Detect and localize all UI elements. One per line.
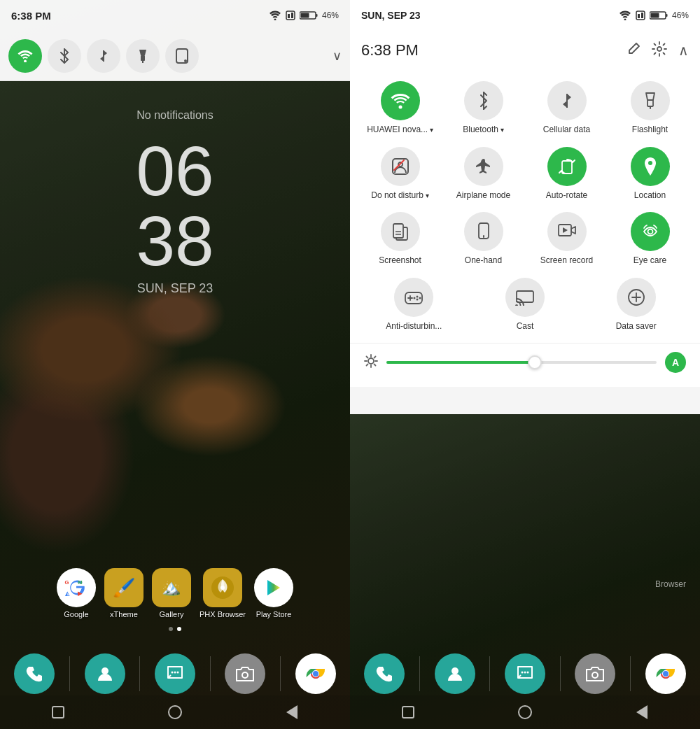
cellular-label: Cellular data — [543, 125, 590, 136]
flashlight-icon — [138, 48, 148, 64]
wifi-circle — [381, 81, 420, 120]
cellular-tile-icon — [559, 92, 575, 110]
google-app[interactable]: G M ◭ ▶ Google — [57, 568, 96, 618]
svg-rect-10 — [141, 55, 145, 61]
messages-dock-icon[interactable] — [155, 653, 195, 694]
cast-label: Cast — [517, 321, 534, 332]
right-camera-dock[interactable] — [575, 653, 615, 694]
flashlight-quick-btn[interactable] — [126, 39, 160, 73]
dock-divider-3 — [210, 656, 211, 691]
right-messages-dock[interactable] — [505, 653, 545, 694]
collapse-icon[interactable]: ∧ — [678, 42, 689, 59]
edit-icon[interactable] — [626, 42, 640, 59]
svg-rect-34 — [638, 14, 640, 18]
sim-status-icon — [286, 10, 295, 20]
right-back-nav[interactable] — [396, 702, 421, 722]
antidisturb-tile[interactable]: Anti-disturbin... — [364, 278, 464, 332]
autorotate-tile[interactable]: Auto-rotate — [531, 147, 603, 201]
phone-dock-icon[interactable] — [14, 653, 55, 694]
right-circle-nav — [518, 705, 532, 719]
bluetooth-quick-btn[interactable] — [48, 39, 81, 73]
left-quick-bar: ∨ — [0, 31, 350, 81]
svg-point-7 — [24, 59, 27, 62]
left-recents-nav[interactable] — [279, 702, 304, 722]
right-home-nav[interactable] — [512, 702, 538, 722]
onehand-tile[interactable]: One-hand — [447, 212, 519, 267]
dnd-tile[interactable]: Do not disturb — [364, 147, 436, 201]
settings-icon[interactable] — [652, 41, 667, 60]
bluetooth-label: Bluetooth — [463, 125, 504, 136]
wifi-tile[interactable]: HUAWEI nova... — [364, 81, 436, 136]
svg-text:G: G — [64, 579, 69, 586]
gallery-label: Gallery — [160, 610, 184, 618]
dnd-circle — [381, 147, 420, 186]
header-clock: 6:38 PM — [361, 41, 419, 59]
svg-rect-1 — [286, 11, 295, 20]
right-contacts-dock[interactable] — [435, 653, 475, 694]
quick-row-3: Screenshot One-hand — [364, 212, 686, 267]
phone-icon — [24, 664, 44, 684]
wifi-tile-icon — [391, 92, 410, 109]
screenrecord-circle — [547, 212, 587, 251]
right-dock-divider-1 — [419, 656, 420, 691]
page-dot-2 — [177, 627, 181, 631]
svg-point-83 — [451, 667, 458, 674]
camera-dock-icon[interactable] — [225, 653, 265, 694]
quick-row-2: Do not disturb Airplane mode — [364, 147, 686, 201]
pencil-icon — [626, 42, 640, 56]
right-status-date: SUN, SEP 23 — [361, 10, 421, 21]
auto-brightness-icon[interactable]: A — [665, 352, 686, 373]
airplane-label: Airplane mode — [456, 190, 510, 201]
phx-app[interactable]: PHX Browser — [200, 568, 246, 618]
google-icon: G M ◭ ▶ — [57, 568, 96, 607]
location-tile[interactable]: Location — [614, 147, 686, 201]
antidisturb-label: Anti-disturbin... — [386, 321, 442, 332]
right-recents-nav[interactable] — [629, 702, 654, 722]
left-app-dock: G M ◭ ▶ Google 🖌️ xTheme 🏔️ Gallery — [0, 562, 350, 631]
notification-area: No notifications 06 38 SUN, SEP 23 — [0, 81, 350, 310]
right-status-bar: SUN, SEP 23 46% — [350, 0, 700, 31]
theme-app[interactable]: 🖌️ xTheme — [104, 568, 144, 618]
svg-rect-37 — [666, 14, 667, 17]
gallery-app[interactable]: 🏔️ Gallery — [152, 568, 191, 618]
screenshot-tile[interactable]: Screenshot — [364, 212, 436, 267]
bluetooth-tile[interactable]: Bluetooth — [447, 81, 519, 136]
playstore-label: Play Store — [256, 610, 292, 618]
right-chrome-dock[interactable] — [645, 653, 686, 694]
screenshot-label: Screenshot — [379, 255, 421, 267]
autorotate-label: Auto-rotate — [546, 190, 587, 201]
cellular-quick-btn[interactable] — [87, 39, 120, 73]
contacts-icon — [95, 664, 115, 684]
cast-tile[interactable]: Cast — [475, 278, 575, 332]
svg-line-81 — [374, 356, 376, 358]
playstore-app[interactable]: Play Store — [254, 568, 293, 618]
screenrecord-tile[interactable]: Screen record — [531, 212, 603, 267]
contacts-dock-icon[interactable] — [85, 653, 125, 694]
wifi-quick-btn[interactable] — [8, 39, 42, 73]
right-triangle-nav — [636, 705, 648, 719]
antidisturb-circle — [394, 278, 433, 317]
cellular-tile[interactable]: Cellular data — [531, 81, 603, 136]
brightness-track[interactable] — [386, 361, 657, 364]
svg-point-0 — [274, 19, 276, 21]
airplane-tile[interactable]: Airplane mode — [447, 147, 519, 201]
wifi-label: HUAWEI nova... — [367, 125, 433, 136]
flashlight-tile-icon — [645, 92, 656, 110]
datasaver-tile[interactable]: Data saver — [586, 278, 686, 332]
right-bottom-dock — [350, 653, 700, 694]
flashlight-tile[interactable]: Flashlight — [614, 81, 686, 136]
eyecare-tile[interactable]: Eye care — [614, 212, 686, 267]
svg-point-20 — [220, 586, 225, 590]
expand-icon[interactable]: ∨ — [332, 48, 342, 64]
svg-point-65 — [416, 295, 419, 297]
svg-point-39 — [657, 47, 662, 51]
screen-quick-btn[interactable] — [165, 39, 199, 73]
svg-point-70 — [515, 304, 518, 306]
chrome-dock-icon[interactable] — [295, 653, 336, 694]
right-contacts-icon — [445, 664, 465, 684]
right-phone-dock[interactable] — [364, 653, 405, 694]
left-back-nav[interactable] — [46, 702, 71, 722]
brightness-thumb[interactable] — [528, 355, 542, 369]
right-status-icons: 46% — [619, 10, 689, 20]
left-home-nav[interactable] — [162, 702, 188, 722]
